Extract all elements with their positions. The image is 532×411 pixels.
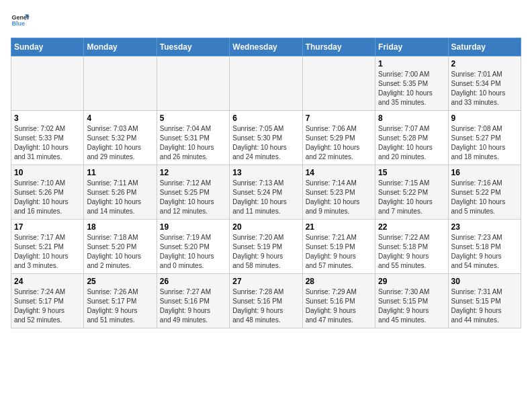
- day-number: 1: [378, 59, 445, 68]
- calendar-cell: 14Sunrise: 7:14 AMSunset: 5:23 PMDayligh…: [302, 165, 375, 220]
- day-info: Sunrise: 7:05 AMSunset: 5:30 PMDaylight:…: [232, 124, 299, 162]
- day-number: 19: [160, 222, 226, 232]
- day-info: Sunrise: 7:18 AMSunset: 5:20 PMDaylight:…: [87, 233, 153, 271]
- header-day-saturday: Saturday: [448, 38, 521, 56]
- day-info: Sunrise: 7:13 AMSunset: 5:24 PMDaylight:…: [232, 179, 299, 216]
- day-info: Sunrise: 7:00 AMSunset: 5:35 PMDaylight:…: [378, 70, 445, 107]
- calendar-cell: 24Sunrise: 7:24 AMSunset: 5:17 PMDayligh…: [11, 274, 84, 328]
- day-info: Sunrise: 7:16 AMSunset: 5:22 PMDaylight:…: [451, 179, 518, 216]
- week-row-2: 3Sunrise: 7:02 AMSunset: 5:33 PMDaylight…: [11, 111, 521, 165]
- day-number: 8: [378, 113, 445, 123]
- calendar-cell: [302, 56, 375, 111]
- day-info: Sunrise: 7:15 AMSunset: 5:22 PMDaylight:…: [378, 179, 445, 216]
- calendar-cell: 11Sunrise: 7:11 AMSunset: 5:26 PMDayligh…: [84, 165, 157, 220]
- calendar-cell: 7Sunrise: 7:06 AMSunset: 5:29 PMDaylight…: [302, 111, 375, 165]
- logo-icon: General Blue: [11, 11, 30, 30]
- week-row-1: 1Sunrise: 7:00 AMSunset: 5:35 PMDaylight…: [11, 56, 521, 111]
- day-info: Sunrise: 7:01 AMSunset: 5:34 PMDaylight:…: [451, 70, 518, 107]
- calendar-cell: 2Sunrise: 7:01 AMSunset: 5:34 PMDaylight…: [448, 56, 521, 111]
- day-info: Sunrise: 7:26 AMSunset: 5:17 PMDaylight:…: [87, 287, 153, 325]
- calendar-cell: 21Sunrise: 7:21 AMSunset: 5:19 PMDayligh…: [302, 220, 375, 274]
- calendar-header: SundayMondayTuesdayWednesdayThursdayFrid…: [11, 38, 521, 56]
- calendar-cell: 19Sunrise: 7:19 AMSunset: 5:20 PMDayligh…: [157, 220, 229, 274]
- calendar-cell: 9Sunrise: 7:08 AMSunset: 5:27 PMDaylight…: [448, 111, 521, 165]
- week-row-3: 10Sunrise: 7:10 AMSunset: 5:26 PMDayligh…: [11, 165, 521, 220]
- day-number: 16: [451, 168, 518, 177]
- day-number: 29: [378, 277, 445, 286]
- calendar-cell: 3Sunrise: 7:02 AMSunset: 5:33 PMDaylight…: [11, 111, 84, 165]
- day-number: 17: [14, 222, 81, 232]
- day-info: Sunrise: 7:11 AMSunset: 5:26 PMDaylight:…: [87, 179, 153, 216]
- day-info: Sunrise: 7:28 AMSunset: 5:16 PMDaylight:…: [232, 287, 299, 325]
- day-info: Sunrise: 7:12 AMSunset: 5:25 PMDaylight:…: [160, 179, 226, 216]
- calendar-cell: 28Sunrise: 7:29 AMSunset: 5:16 PMDayligh…: [302, 274, 375, 328]
- day-info: Sunrise: 7:08 AMSunset: 5:27 PMDaylight:…: [451, 124, 518, 162]
- day-info: Sunrise: 7:23 AMSunset: 5:18 PMDaylight:…: [451, 233, 518, 271]
- calendar-cell: 12Sunrise: 7:12 AMSunset: 5:25 PMDayligh…: [157, 165, 229, 220]
- day-number: 21: [306, 222, 372, 232]
- day-info: Sunrise: 7:17 AMSunset: 5:21 PMDaylight:…: [14, 233, 81, 271]
- day-number: 6: [232, 113, 299, 123]
- calendar-cell: 6Sunrise: 7:05 AMSunset: 5:30 PMDaylight…: [230, 111, 302, 165]
- day-info: Sunrise: 7:24 AMSunset: 5:17 PMDaylight:…: [14, 287, 81, 325]
- day-number: 12: [160, 168, 226, 177]
- day-number: 11: [87, 168, 153, 177]
- day-number: 20: [232, 222, 299, 232]
- day-number: 9: [451, 113, 518, 123]
- day-number: 28: [306, 277, 372, 286]
- day-info: Sunrise: 7:02 AMSunset: 5:33 PMDaylight:…: [14, 124, 81, 162]
- day-number: 26: [160, 277, 226, 286]
- day-info: Sunrise: 7:10 AMSunset: 5:26 PMDaylight:…: [14, 179, 81, 216]
- calendar-table: SundayMondayTuesdayWednesdayThursdayFrid…: [11, 38, 521, 328]
- day-info: Sunrise: 7:31 AMSunset: 5:15 PMDaylight:…: [451, 287, 518, 325]
- day-info: Sunrise: 7:14 AMSunset: 5:23 PMDaylight:…: [306, 179, 372, 216]
- day-info: Sunrise: 7:03 AMSunset: 5:32 PMDaylight:…: [87, 124, 153, 162]
- calendar-body: 1Sunrise: 7:00 AMSunset: 5:35 PMDaylight…: [11, 56, 521, 328]
- day-info: Sunrise: 7:30 AMSunset: 5:15 PMDaylight:…: [378, 287, 445, 325]
- day-number: 2: [451, 59, 518, 68]
- day-number: 27: [232, 277, 299, 286]
- calendar-cell: 15Sunrise: 7:15 AMSunset: 5:22 PMDayligh…: [375, 165, 448, 220]
- day-info: Sunrise: 7:22 AMSunset: 5:18 PMDaylight:…: [378, 233, 445, 271]
- header-day-sunday: Sunday: [11, 38, 84, 56]
- calendar-cell: 1Sunrise: 7:00 AMSunset: 5:35 PMDaylight…: [375, 56, 448, 111]
- day-number: 7: [306, 113, 372, 123]
- day-info: Sunrise: 7:21 AMSunset: 5:19 PMDaylight:…: [306, 233, 372, 271]
- header-day-thursday: Thursday: [302, 38, 375, 56]
- day-number: 24: [14, 277, 81, 286]
- calendar-cell: [11, 56, 84, 111]
- day-info: Sunrise: 7:04 AMSunset: 5:31 PMDaylight:…: [160, 124, 226, 162]
- header-day-wednesday: Wednesday: [230, 38, 302, 56]
- calendar-cell: 29Sunrise: 7:30 AMSunset: 5:15 PMDayligh…: [375, 274, 448, 328]
- week-row-4: 17Sunrise: 7:17 AMSunset: 5:21 PMDayligh…: [11, 220, 521, 274]
- calendar-cell: [157, 56, 229, 111]
- day-number: 5: [160, 113, 226, 123]
- calendar-cell: 4Sunrise: 7:03 AMSunset: 5:32 PMDaylight…: [84, 111, 157, 165]
- page-header: General Blue: [11, 11, 521, 30]
- header-day-friday: Friday: [375, 38, 448, 56]
- day-number: 4: [87, 113, 153, 123]
- day-number: 10: [14, 168, 81, 177]
- calendar-cell: 26Sunrise: 7:27 AMSunset: 5:16 PMDayligh…: [157, 274, 229, 328]
- day-number: 23: [451, 222, 518, 232]
- calendar-cell: 17Sunrise: 7:17 AMSunset: 5:21 PMDayligh…: [11, 220, 84, 274]
- calendar-cell: [230, 56, 302, 111]
- day-number: 15: [378, 168, 445, 177]
- day-number: 13: [232, 168, 299, 177]
- calendar-cell: 18Sunrise: 7:18 AMSunset: 5:20 PMDayligh…: [84, 220, 157, 274]
- day-info: Sunrise: 7:27 AMSunset: 5:16 PMDaylight:…: [160, 287, 226, 325]
- day-number: 14: [306, 168, 372, 177]
- calendar-cell: 16Sunrise: 7:16 AMSunset: 5:22 PMDayligh…: [448, 165, 521, 220]
- day-number: 18: [87, 222, 153, 232]
- day-info: Sunrise: 7:29 AMSunset: 5:16 PMDaylight:…: [306, 287, 372, 325]
- calendar-cell: 23Sunrise: 7:23 AMSunset: 5:18 PMDayligh…: [448, 220, 521, 274]
- calendar-cell: 13Sunrise: 7:13 AMSunset: 5:24 PMDayligh…: [230, 165, 302, 220]
- day-info: Sunrise: 7:06 AMSunset: 5:29 PMDaylight:…: [306, 124, 372, 162]
- calendar-cell: 30Sunrise: 7:31 AMSunset: 5:15 PMDayligh…: [448, 274, 521, 328]
- calendar-cell: 22Sunrise: 7:22 AMSunset: 5:18 PMDayligh…: [375, 220, 448, 274]
- header-day-tuesday: Tuesday: [157, 38, 229, 56]
- calendar-cell: 27Sunrise: 7:28 AMSunset: 5:16 PMDayligh…: [230, 274, 302, 328]
- header-row: SundayMondayTuesdayWednesdayThursdayFrid…: [11, 38, 521, 56]
- logo: General Blue: [11, 11, 32, 30]
- week-row-5: 24Sunrise: 7:24 AMSunset: 5:17 PMDayligh…: [11, 274, 521, 328]
